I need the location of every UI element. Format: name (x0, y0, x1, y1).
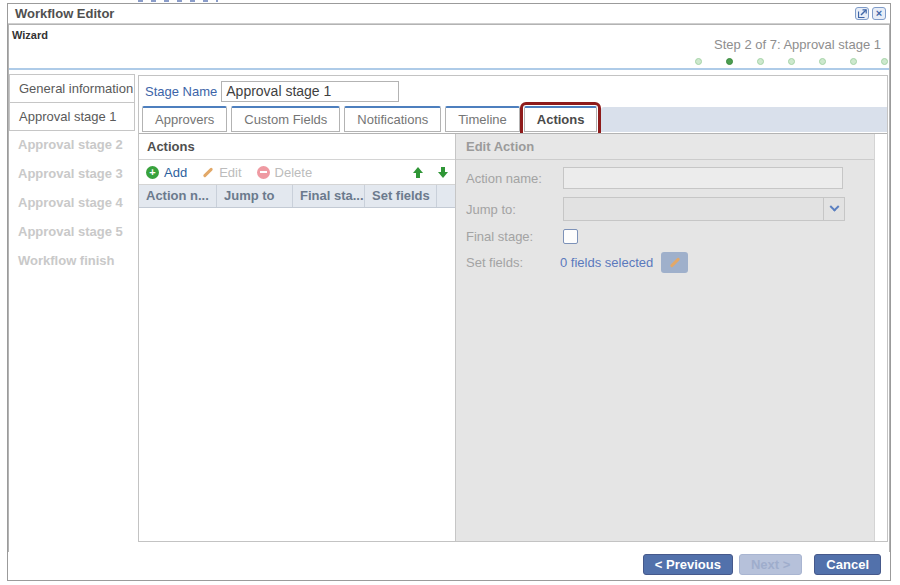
jump-to-select[interactable] (563, 197, 845, 221)
edit-action-panel: Edit Action Action name: Jump to: (456, 134, 874, 541)
set-fields-link[interactable]: 0 fields selected (560, 255, 653, 270)
tabstrip-filler (601, 107, 887, 132)
chevron-down-icon (829, 201, 839, 211)
step-dots (695, 58, 888, 65)
final-stage-checkbox[interactable] (563, 229, 578, 244)
popout-icon (858, 9, 867, 18)
move-down-button[interactable] (438, 167, 448, 178)
stage-name-label: Stage Name (145, 84, 217, 99)
action-name-input[interactable] (563, 167, 843, 189)
dialog-title: Workflow Editor (15, 6, 855, 21)
add-action-button[interactable]: + Add (146, 165, 187, 180)
sidebar-item-approval-stage-3: Approval stage 3 (9, 160, 135, 189)
edit-action-form: Action name: Jump to: (456, 160, 874, 281)
sidebar-item-approval-stage-1[interactable]: Approval stage 1 (9, 102, 135, 131)
sidebar-item-approval-stage-4: Approval stage 4 (9, 189, 135, 218)
actions-tab-content: Actions + Add Edit (139, 133, 887, 541)
set-fields-label: Set fields: (466, 255, 563, 270)
actions-list-panel: Actions + Add Edit (139, 134, 456, 541)
column-header-set-fields: Set fields (365, 185, 437, 207)
dialog-footer: < Previous Next > Cancel (9, 550, 889, 579)
wizard-panel: Wizard Step 2 of 7: Approval stage 1 Gen… (8, 24, 890, 552)
move-up-button[interactable] (413, 167, 423, 178)
workflow-editor-dialog: Workflow Editor × Wizard Step 2 of 7: Ap (7, 3, 891, 581)
set-fields-row: Set fields: 0 fields selected (466, 252, 874, 273)
step-indicator-text: Step 2 of 7: Approval stage 1 (714, 37, 881, 52)
sidebar-item-workflow-finish: Workflow finish (9, 247, 135, 276)
column-header-jump-to: Jump to (217, 185, 293, 207)
close-icon: × (876, 8, 882, 19)
jump-to-label: Jump to: (466, 202, 563, 217)
actions-table-empty-area (139, 208, 455, 541)
stage-tabstrip: Approvers Custom Fields Notifications Ti… (139, 106, 887, 133)
actions-panel-title: Actions (139, 134, 455, 160)
action-name-label: Action name: (466, 171, 563, 186)
actions-table-header: Action n... Jump to Final sta... Set fie… (139, 185, 455, 208)
sidebar-item-approval-stage-5: Approval stage 5 (9, 218, 135, 247)
step-dot-active (726, 58, 733, 65)
edit-button-label: Edit (219, 165, 241, 180)
edit-action-button[interactable]: Edit (202, 165, 241, 180)
step-dot (695, 58, 702, 65)
dialog-titlebar: Workflow Editor × (8, 4, 890, 24)
dropdown-chevron-box (823, 198, 844, 220)
action-name-row: Action name: (466, 167, 874, 189)
stage-name-input[interactable] (221, 81, 399, 102)
wizard-sidebar: General information Approval stage 1 App… (9, 75, 135, 276)
sidebar-item-approval-stage-2: Approval stage 2 (9, 131, 135, 160)
previous-button[interactable]: < Previous (643, 554, 733, 575)
column-header-final-stage: Final sta... (293, 185, 365, 207)
step-dot (788, 58, 795, 65)
column-header-filler (437, 185, 455, 207)
edit-action-title: Edit Action (456, 134, 874, 160)
wizard-label: Wizard (12, 29, 48, 41)
wizard-header: Wizard Step 2 of 7: Approval stage 1 (9, 25, 889, 70)
step-dot (850, 58, 857, 65)
wizard-body: General information Approval stage 1 App… (9, 70, 889, 549)
stage-name-row: Stage Name (139, 76, 887, 106)
step-dot (757, 58, 764, 65)
final-stage-label: Final stage: (466, 229, 563, 244)
add-button-label: Add (164, 165, 187, 180)
final-stage-row: Final stage: (466, 229, 874, 244)
tab-custom-fields[interactable]: Custom Fields (231, 106, 340, 132)
background-artifact (138, 0, 218, 2)
cancel-button[interactable]: Cancel (814, 554, 881, 575)
stage-content-panel: Stage Name Approvers Custom Fields Notif… (138, 75, 888, 542)
jump-to-row: Jump to: (466, 197, 874, 221)
tab-timeline[interactable]: Timeline (445, 106, 520, 132)
arrow-down-icon (438, 172, 448, 178)
sidebar-item-general-information[interactable]: General information (9, 74, 135, 103)
actions-toolbar: + Add Edit Delete (139, 160, 455, 185)
scroll-gutter (874, 134, 887, 541)
delete-button-label: Delete (275, 165, 313, 180)
add-icon: + (146, 166, 159, 179)
set-fields-edit-button[interactable] (661, 252, 688, 273)
delete-action-button[interactable]: Delete (257, 165, 313, 180)
pencil-icon (669, 257, 680, 268)
tab-notifications[interactable]: Notifications (344, 106, 441, 132)
popout-button[interactable] (855, 7, 869, 20)
column-header-action-name: Action n... (139, 185, 217, 207)
tab-actions[interactable]: Actions (524, 106, 598, 132)
next-button[interactable]: Next > (739, 554, 802, 575)
step-dot (881, 58, 888, 65)
step-dot (819, 58, 826, 65)
close-button[interactable]: × (872, 7, 886, 20)
titlebar-icons: × (855, 7, 886, 20)
page-background: Workflow Editor × Wizard Step 2 of 7: Ap (0, 0, 900, 585)
pencil-icon (203, 167, 214, 178)
delete-icon (257, 166, 270, 179)
tab-approvers[interactable]: Approvers (142, 106, 227, 132)
